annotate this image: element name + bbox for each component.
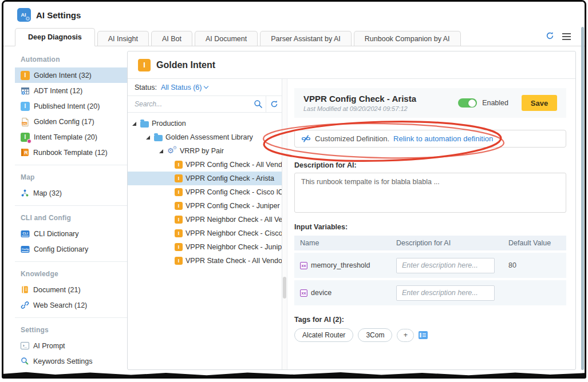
- tab-ai-insight[interactable]: AI Insight: [97, 31, 149, 46]
- tab-label: Runbook Companion by AI: [365, 35, 450, 43]
- sidebar-item-published-intent[interactable]: IPublished Intent (20): [15, 98, 127, 114]
- add-tag-button[interactable]: +: [397, 329, 414, 342]
- sidebar: Automation IGolden Intent (32) ADT Inten…: [15, 47, 127, 370]
- chevron-down-icon: [204, 84, 208, 89]
- golden-intent-panel: I Golden Intent Status: All Status (6) P…: [127, 51, 576, 370]
- sidebar-item-general-settings[interactable]: ⚙General Settings: [15, 369, 127, 370]
- tab-label: Deep Diagnosis: [28, 33, 82, 41]
- tab-deep-diagnosis[interactable]: Deep Diagnosis: [15, 28, 95, 46]
- tab-bar: Deep Diagnosis AI Insight AI Bot AI Docu…: [3, 28, 585, 46]
- expand-arrow-icon[interactable]: [159, 149, 163, 153]
- sidebar-item-golden-intent[interactable]: IGolden Intent (32): [15, 67, 127, 83]
- sidebar-item-golden-config[interactable]: CFG Golden Config (17): [15, 114, 127, 129]
- column-description: Description for AI: [396, 239, 508, 247]
- tag-alcatel-router[interactable]: Alcatel Router: [294, 328, 353, 342]
- sidebar-item-document[interactable]: Document (21): [15, 282, 127, 297]
- adt-intent-icon: [21, 86, 30, 96]
- sidebar-item-label: Intent Template (20): [34, 133, 97, 141]
- tree-node-intent-selected[interactable]: IVPPR Config Check - Arista: [128, 172, 282, 185]
- published-intent-icon: I: [21, 102, 30, 111]
- svg-text:CFG: CFG: [22, 122, 26, 125]
- intent-tree: Production Golden Assessment Library VRR…: [128, 113, 282, 268]
- detail-title: VPPR Config Check - Arista: [303, 94, 416, 104]
- enabled-toggle[interactable]: [458, 98, 477, 108]
- status-dropdown[interactable]: All Status (6): [161, 83, 208, 91]
- tree-scrollbar[interactable]: [282, 79, 287, 369]
- tree-node-intent[interactable]: IVPPR Config Check - Cisco IOS: [128, 185, 282, 199]
- variable-default-value: 80: [508, 261, 566, 269]
- intent-icon: I: [175, 188, 183, 196]
- intent-icon: I: [175, 174, 183, 182]
- tree-node-intent[interactable]: IVPPR Config Check - Juniper: [128, 199, 282, 213]
- sidebar-item-web-search[interactable]: Web Search (12): [15, 297, 127, 313]
- refresh-icon[interactable]: [546, 31, 554, 42]
- variable-icon: [300, 289, 307, 297]
- tree-node-production[interactable]: Production: [128, 117, 282, 130]
- sidebar-item-config-dictionary[interactable]: Config Config Dictionary: [15, 241, 127, 257]
- sidebar-item-label: CLI Dictionary: [34, 230, 79, 238]
- tree-node-label: VPPR Config Check - Juniper: [186, 202, 280, 210]
- sidebar-item-keywords-settings[interactable]: Keywords Settings: [15, 353, 127, 369]
- panel-header: I Golden Intent: [128, 51, 575, 79]
- tab-label: AI Bot: [162, 35, 181, 43]
- tab-ai-bot[interactable]: AI Bot: [151, 31, 192, 46]
- detail-header: VPPR Config Check - Arista Last Modified…: [294, 88, 566, 118]
- sidebar-item-runbook-template[interactable]: R Runbook Template (12): [15, 145, 127, 160]
- search-input[interactable]: [128, 96, 250, 112]
- tree-node-vrrp-by-pair[interactable]: VRRP by Pair: [128, 144, 282, 158]
- expand-arrow-icon[interactable]: [132, 122, 136, 126]
- status-label: Status:: [135, 83, 157, 91]
- tree-node-label: VRRP by Pair: [180, 147, 224, 155]
- tree-node-intent[interactable]: IVPPR Neighbor Check - Cisco IOS: [128, 226, 282, 240]
- sidebar-item-intent-template[interactable]: IIntent Template (20): [15, 129, 127, 145]
- document-icon: [21, 285, 29, 294]
- window-scrollbar[interactable]: [581, 27, 584, 370]
- golden-config-icon: CFG: [21, 117, 30, 126]
- tree-node-label: VPPR Config Check - Arista: [186, 174, 274, 182]
- scrollbar-thumb[interactable]: [283, 277, 286, 299]
- variable-name: device: [311, 289, 332, 297]
- sidebar-item-label: Runbook Template (12): [33, 149, 108, 157]
- definition-status-text: Customized Definition.: [315, 134, 389, 143]
- section-title: CLI and Config: [15, 212, 127, 226]
- tab-ai-document[interactable]: AI Document: [195, 31, 258, 46]
- tree-node-intent[interactable]: IVPPR Config Check - All Vendors: [128, 158, 282, 172]
- variable-description-input[interactable]: [396, 285, 495, 301]
- description-textarea[interactable]: This runbook tempalte is for blabla blab…: [294, 173, 566, 213]
- detail-pane: VPPR Config Check - Arista Last Modified…: [287, 79, 575, 369]
- sidebar-item-label: AI Prompt: [33, 342, 65, 350]
- tree-node-label: VPPR Neighbor Check - Juniper: [186, 243, 282, 251]
- app-header: AI AI Settings: [3, 2, 585, 28]
- sidebar-item-label: Web Search (12): [33, 301, 87, 309]
- tag-3com[interactable]: 3Com: [358, 328, 392, 342]
- definition-status-box: Customized Definition. Relink to automat…: [294, 130, 566, 148]
- tree-node-golden-assessment-library[interactable]: Golden Assessment Library: [128, 130, 282, 144]
- search-icon[interactable]: [250, 96, 266, 112]
- save-button[interactable]: Save: [522, 95, 557, 111]
- sidebar-section-knowledge: Knowledge Document (21) Web Search (12): [15, 261, 127, 317]
- refresh-icon[interactable]: [266, 96, 282, 112]
- expand-arrow-icon[interactable]: [146, 136, 150, 140]
- section-title: Settings: [15, 324, 127, 338]
- sidebar-item-map[interactable]: Map (32): [15, 185, 127, 201]
- tab-runbook-companion[interactable]: Runbook Companion by AI: [354, 31, 461, 46]
- sidebar-item-ai-prompt[interactable]: ›_AI Prompt: [15, 338, 127, 353]
- last-modified: Last Modified at 09/20/2024 09:57:12: [303, 105, 416, 112]
- automation-gear-icon: [167, 147, 177, 156]
- tree-node-intent[interactable]: IVPPR State Check - All Vendors: [128, 254, 282, 268]
- map-icon: [21, 189, 29, 197]
- sidebar-item-cli-dictionary[interactable]: CLI CLI Dictionary: [15, 226, 127, 241]
- tree-node-label: Golden Assessment Library: [165, 133, 253, 141]
- tab-parser-assistant[interactable]: Parser Assistant by AI: [260, 31, 352, 46]
- menu-icon[interactable]: [562, 36, 571, 37]
- variable-description-input[interactable]: [396, 258, 495, 273]
- sidebar-item-label: Golden Intent (32): [34, 71, 92, 79]
- tree-node-intent[interactable]: IVPPR Neighbor Check - Juniper: [128, 240, 282, 254]
- relink-link[interactable]: Relink to automation definition: [393, 134, 493, 143]
- tab-label: Parser Assistant by AI: [271, 35, 341, 43]
- sidebar-item-adt-intent[interactable]: ADT Intent (12): [15, 83, 127, 98]
- tag-list-icon[interactable]: [419, 331, 428, 339]
- tab-label: AI Document: [206, 35, 247, 43]
- intent-icon: I: [175, 257, 183, 265]
- tree-node-intent[interactable]: IVPPR Neighbor Check - All Vendors: [128, 213, 282, 226]
